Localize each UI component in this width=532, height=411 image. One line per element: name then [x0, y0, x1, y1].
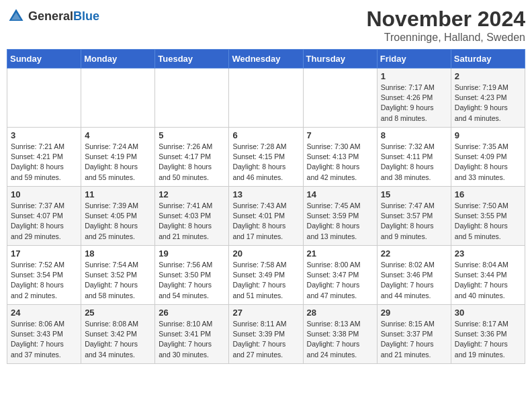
- day-info: Sunrise: 7:17 AMSunset: 4:26 PMDaylight:…: [381, 83, 447, 124]
- header-day-thursday: Thursday: [303, 50, 377, 68]
- calendar-day-16: 16Sunrise: 7:50 AMSunset: 3:55 PMDayligh…: [451, 187, 525, 246]
- day-number: 10: [11, 189, 77, 199]
- day-info: Sunrise: 7:41 AMSunset: 4:03 PMDaylight:…: [159, 201, 225, 242]
- calendar-day-15: 15Sunrise: 7:47 AMSunset: 3:57 PMDayligh…: [377, 187, 451, 246]
- calendar-day-8: 8Sunrise: 7:32 AMSunset: 4:11 PMDaylight…: [377, 128, 451, 187]
- day-number: 20: [232, 248, 299, 259]
- calendar-day-25: 25Sunrise: 8:08 AMSunset: 3:42 PMDayligh…: [81, 305, 155, 364]
- calendar-day-7: 7Sunrise: 7:30 AMSunset: 4:13 PMDaylight…: [303, 128, 377, 187]
- day-info: Sunrise: 7:30 AMSunset: 4:13 PMDaylight:…: [307, 142, 373, 183]
- day-info: Sunrise: 7:58 AMSunset: 3:49 PMDaylight:…: [232, 260, 299, 301]
- calendar-day-28: 28Sunrise: 8:13 AMSunset: 3:38 PMDayligh…: [303, 305, 377, 364]
- day-number: 4: [85, 130, 151, 140]
- day-number: 21: [307, 248, 373, 259]
- day-number: 18: [85, 248, 151, 259]
- calendar-header-row: SundayMondayTuesdayWednesdayThursdayFrid…: [7, 50, 525, 68]
- day-number: 8: [381, 130, 447, 140]
- calendar-day-20: 20Sunrise: 7:58 AMSunset: 3:49 PMDayligh…: [229, 246, 303, 305]
- day-info: Sunrise: 8:17 AMSunset: 3:36 PMDaylight:…: [455, 319, 521, 360]
- day-info: Sunrise: 7:56 AMSunset: 3:50 PMDaylight:…: [159, 260, 225, 301]
- day-info: Sunrise: 7:24 AMSunset: 4:19 PMDaylight:…: [85, 142, 151, 183]
- day-number: 26: [159, 308, 225, 318]
- logo-general: GeneralBlue: [28, 10, 99, 23]
- calendar-day-1: 1Sunrise: 7:17 AMSunset: 4:26 PMDaylight…: [377, 68, 451, 128]
- header-day-saturday: Saturday: [451, 50, 525, 68]
- calendar-day-26: 26Sunrise: 8:10 AMSunset: 3:41 PMDayligh…: [155, 305, 229, 364]
- empty-cell: [155, 68, 229, 128]
- calendar-day-24: 24Sunrise: 8:06 AMSunset: 3:43 PMDayligh…: [7, 305, 81, 364]
- calendar-day-4: 4Sunrise: 7:24 AMSunset: 4:19 PMDaylight…: [81, 128, 155, 187]
- day-number: 23: [455, 248, 521, 259]
- day-number: 6: [232, 130, 299, 140]
- header-day-friday: Friday: [377, 50, 451, 68]
- logo-icon: [7, 7, 26, 26]
- calendar-day-10: 10Sunrise: 7:37 AMSunset: 4:07 PMDayligh…: [7, 187, 81, 246]
- day-info: Sunrise: 7:19 AMSunset: 4:23 PMDaylight:…: [455, 83, 521, 124]
- day-number: 19: [159, 248, 225, 259]
- day-number: 15: [381, 189, 447, 199]
- calendar-day-27: 27Sunrise: 8:11 AMSunset: 3:39 PMDayligh…: [229, 305, 303, 364]
- empty-cell: [81, 68, 155, 128]
- calendar-day-2: 2Sunrise: 7:19 AMSunset: 4:23 PMDaylight…: [451, 68, 525, 128]
- day-info: Sunrise: 8:10 AMSunset: 3:41 PMDaylight:…: [159, 319, 225, 360]
- day-number: 11: [85, 189, 151, 199]
- day-number: 5: [159, 130, 225, 140]
- calendar-day-22: 22Sunrise: 8:02 AMSunset: 3:46 PMDayligh…: [377, 246, 451, 305]
- calendar-day-29: 29Sunrise: 8:15 AMSunset: 3:37 PMDayligh…: [377, 305, 451, 364]
- day-info: Sunrise: 7:52 AMSunset: 3:54 PMDaylight:…: [11, 260, 77, 301]
- day-info: Sunrise: 8:08 AMSunset: 3:42 PMDaylight:…: [85, 319, 151, 360]
- day-info: Sunrise: 7:28 AMSunset: 4:15 PMDaylight:…: [232, 142, 299, 183]
- header-day-tuesday: Tuesday: [155, 50, 229, 68]
- day-info: Sunrise: 7:54 AMSunset: 3:52 PMDaylight:…: [85, 260, 151, 301]
- calendar-day-14: 14Sunrise: 7:45 AMSunset: 3:59 PMDayligh…: [303, 187, 377, 246]
- day-info: Sunrise: 8:02 AMSunset: 3:46 PMDaylight:…: [381, 260, 447, 301]
- calendar-day-21: 21Sunrise: 8:00 AMSunset: 3:47 PMDayligh…: [303, 246, 377, 305]
- day-number: 13: [232, 189, 299, 199]
- day-info: Sunrise: 8:11 AMSunset: 3:39 PMDaylight:…: [232, 319, 299, 360]
- day-info: Sunrise: 7:32 AMSunset: 4:11 PMDaylight:…: [381, 142, 447, 183]
- day-info: Sunrise: 8:06 AMSunset: 3:43 PMDaylight:…: [11, 319, 77, 360]
- calendar-day-19: 19Sunrise: 7:56 AMSunset: 3:50 PMDayligh…: [155, 246, 229, 305]
- day-number: 28: [307, 308, 373, 318]
- calendar-week-3: 10Sunrise: 7:37 AMSunset: 4:07 PMDayligh…: [7, 187, 525, 246]
- calendar-day-23: 23Sunrise: 8:04 AMSunset: 3:44 PMDayligh…: [451, 246, 525, 305]
- calendar-day-12: 12Sunrise: 7:41 AMSunset: 4:03 PMDayligh…: [155, 187, 229, 246]
- day-info: Sunrise: 7:50 AMSunset: 3:55 PMDaylight:…: [455, 201, 521, 242]
- calendar-week-4: 17Sunrise: 7:52 AMSunset: 3:54 PMDayligh…: [7, 246, 525, 305]
- day-number: 16: [455, 189, 521, 199]
- day-number: 29: [381, 308, 447, 318]
- day-number: 24: [11, 308, 77, 318]
- day-number: 25: [85, 308, 151, 318]
- location: Troenninge, Halland, Sweden: [366, 32, 525, 44]
- calendar-day-5: 5Sunrise: 7:26 AMSunset: 4:17 PMDaylight…: [155, 128, 229, 187]
- day-number: 9: [455, 130, 521, 140]
- empty-cell: [7, 68, 81, 128]
- day-info: Sunrise: 8:04 AMSunset: 3:44 PMDaylight:…: [455, 260, 521, 301]
- day-info: Sunrise: 7:35 AMSunset: 4:09 PMDaylight:…: [455, 142, 521, 183]
- day-info: Sunrise: 8:00 AMSunset: 3:47 PMDaylight:…: [307, 260, 373, 301]
- day-number: 17: [11, 248, 77, 259]
- day-number: 14: [307, 189, 373, 199]
- calendar-day-3: 3Sunrise: 7:21 AMSunset: 4:21 PMDaylight…: [7, 128, 81, 187]
- day-number: 22: [381, 248, 447, 259]
- title-area: November 2024 Troenninge, Halland, Swede…: [366, 7, 525, 44]
- header-day-sunday: Sunday: [7, 50, 81, 68]
- day-info: Sunrise: 7:47 AMSunset: 3:57 PMDaylight:…: [381, 201, 447, 242]
- day-info: Sunrise: 8:15 AMSunset: 3:37 PMDaylight:…: [381, 319, 447, 360]
- day-number: 12: [159, 189, 225, 199]
- month-year: November 2024: [366, 7, 525, 32]
- day-number: 7: [307, 130, 373, 140]
- header-day-wednesday: Wednesday: [229, 50, 303, 68]
- empty-cell: [229, 68, 303, 128]
- header: GeneralBlue November 2024 Troenninge, Ha…: [7, 7, 525, 44]
- calendar-week-1: 1Sunrise: 7:17 AMSunset: 4:26 PMDaylight…: [7, 68, 525, 128]
- calendar-day-11: 11Sunrise: 7:39 AMSunset: 4:05 PMDayligh…: [81, 187, 155, 246]
- day-number: 1: [381, 71, 447, 81]
- day-info: Sunrise: 8:13 AMSunset: 3:38 PMDaylight:…: [307, 319, 373, 360]
- day-number: 3: [11, 130, 77, 140]
- logo: GeneralBlue: [7, 7, 99, 26]
- day-info: Sunrise: 7:26 AMSunset: 4:17 PMDaylight:…: [159, 142, 225, 183]
- calendar-day-18: 18Sunrise: 7:54 AMSunset: 3:52 PMDayligh…: [81, 246, 155, 305]
- day-info: Sunrise: 7:43 AMSunset: 4:01 PMDaylight:…: [232, 201, 299, 242]
- calendar-day-13: 13Sunrise: 7:43 AMSunset: 4:01 PMDayligh…: [229, 187, 303, 246]
